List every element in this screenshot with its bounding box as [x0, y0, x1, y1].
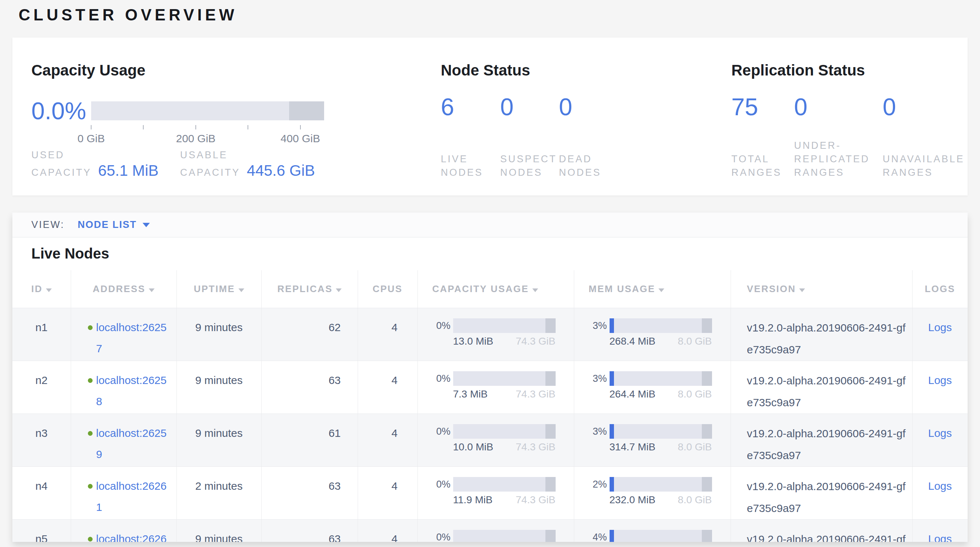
- node-live-dot-icon: [88, 325, 92, 330]
- memory-usage-bar: [609, 530, 712, 542]
- page-title: CLUSTER OVERVIEW: [19, 6, 237, 24]
- cell-logs: Logs: [912, 361, 967, 413]
- stat-value: 0: [883, 93, 977, 121]
- column-header-memory[interactable]: MEM USAGE: [574, 270, 730, 308]
- stat-label: UNDER-REPLICATEDRANGES: [794, 139, 883, 180]
- sort-caret-icon: [799, 288, 805, 292]
- version-text: v19.2.0-alpha.20190606-2491-gfe735c9a97: [731, 423, 906, 466]
- axis-tick: [91, 125, 92, 129]
- memory-percent-label: 3%: [589, 424, 607, 453]
- capacity-bar-dark-segment: [546, 424, 555, 439]
- cell-logs: Logs: [912, 519, 967, 542]
- cell-uptime: 9 minutes: [177, 519, 261, 542]
- axis-tick-label: 0 GiB: [77, 132, 105, 145]
- column-header-capacity[interactable]: CAPACITY USAGE: [417, 270, 574, 308]
- node-address-link[interactable]: localhost:26262: [96, 528, 171, 542]
- column-header-label: CAPACITY USAGE: [433, 283, 529, 294]
- node-address-link[interactable]: localhost:26257: [96, 317, 171, 359]
- logs-link[interactable]: Logs: [928, 480, 952, 492]
- logs-link[interactable]: Logs: [928, 427, 952, 439]
- capacity-bar-chart: 0 GiB200 GiB400 GiB: [91, 102, 324, 151]
- memory-usage-bar: [609, 371, 712, 386]
- memory-bar-dark-segment: [702, 477, 712, 491]
- memory-usage-fill: [609, 371, 614, 386]
- capacity-percent-value: 0.0%: [31, 97, 86, 125]
- memory-usage-fill: [609, 530, 614, 542]
- memory-bar-dark-segment: [702, 318, 712, 333]
- cell-memory: 3%268.4 MiB8.0 GiB: [574, 308, 730, 361]
- capacity-used-value: 11.9 MiB: [453, 495, 493, 506]
- memory-bar-dark-segment: [702, 424, 712, 439]
- column-header-logs: LOGS: [912, 270, 967, 308]
- cell-logs: Logs: [912, 413, 967, 466]
- cell-memory: 3%314.7 MiB8.0 GiB: [574, 413, 730, 466]
- capacity-percent-label: 0%: [433, 530, 450, 542]
- usable-capacity-stat: USABLE CAPACITY 445.6 GiB: [180, 148, 329, 180]
- cell-node-id: n4: [13, 466, 71, 519]
- column-header-id[interactable]: ID: [13, 270, 71, 308]
- cell-capacity: 0%12.4 MiB74.3 GiB: [417, 519, 574, 542]
- cell-version: v19.2.0-alpha.20190606-2491-gfe735c9a97: [730, 466, 912, 519]
- column-header-version[interactable]: VERSION: [730, 270, 912, 308]
- memory-percent-label: 3%: [589, 318, 607, 347]
- stat-value: 0: [794, 93, 883, 121]
- memory-bar-dark-segment: [702, 371, 712, 386]
- capacity-usage-bar: [453, 424, 555, 439]
- capacity-percent-label: 0%: [433, 477, 450, 506]
- memory-percent-label: 2%: [589, 477, 607, 506]
- version-text: v19.2.0-alpha.20190606-2491-gfe735c9a97: [731, 528, 906, 542]
- capacity-bar-dark-segment: [289, 102, 324, 120]
- node-status-title: Node Status: [441, 62, 530, 79]
- cell-address: localhost:26257: [71, 308, 177, 361]
- cell-cpus: 4: [358, 361, 417, 413]
- cell-version: v19.2.0-alpha.20190606-2491-gfe735c9a97: [730, 413, 912, 466]
- capacity-total-value: 74.3 GiB: [516, 389, 555, 400]
- node-address-link[interactable]: localhost:26259: [96, 423, 171, 465]
- capacity-bar-dark-segment: [546, 371, 555, 386]
- capacity-bar-axis: 0 GiB200 GiB400 GiB: [91, 125, 324, 151]
- capacity-usage-section: Capacity Usage 0.0% 0 GiB200 GiB400 GiB …: [31, 38, 425, 196]
- logs-link[interactable]: Logs: [928, 321, 952, 333]
- column-header-address[interactable]: ADDRESS: [71, 270, 177, 308]
- memory-usage-fill: [609, 424, 614, 439]
- node-address-link[interactable]: localhost:26258: [96, 370, 171, 412]
- column-header-label: VERSION: [747, 283, 796, 294]
- table-row: n2localhost:262589 minutes6340%7.3 MiB74…: [13, 361, 967, 413]
- memory-percent-label: 3%: [589, 371, 607, 400]
- cell-uptime: 9 minutes: [177, 361, 261, 413]
- cell-address: localhost:26258: [71, 361, 177, 413]
- column-header-label: ID: [31, 283, 43, 294]
- cell-cpus: 4: [358, 413, 417, 466]
- memory-usage-bar: [609, 424, 712, 439]
- stat-label: UNAVAILABLERANGES: [883, 153, 977, 180]
- cell-node-id: n1: [13, 308, 71, 361]
- view-selector-dropdown[interactable]: NODE LIST: [78, 219, 150, 231]
- cell-version: v19.2.0-alpha.20190606-2491-gfe735c9a97: [730, 519, 912, 542]
- logs-link[interactable]: Logs: [928, 533, 952, 542]
- used-capacity-stat: USED CAPACITY 65.1 MiB: [31, 148, 180, 180]
- node-list-card: VIEW: NODE LIST Live Nodes IDADDRESSUPTI…: [13, 213, 967, 542]
- capacity-usage-bar: [453, 530, 555, 542]
- memory-used-value: 232.0 MiB: [609, 495, 655, 506]
- cell-logs: Logs: [912, 466, 967, 519]
- logs-link[interactable]: Logs: [928, 374, 952, 386]
- memory-total-value: 8.0 GiB: [678, 389, 712, 400]
- column-header-uptime[interactable]: UPTIME: [177, 270, 261, 308]
- memory-percent-label: 4%: [589, 530, 607, 542]
- axis-tick-label: 400 GiB: [281, 132, 320, 145]
- capacity-percent-label: 0%: [433, 371, 450, 400]
- stat-value: 6: [441, 93, 500, 121]
- cell-replicas: 63: [261, 361, 358, 413]
- sort-caret-icon: [149, 288, 154, 292]
- node-address-link[interactable]: localhost:26261: [96, 475, 171, 518]
- sort-caret-icon: [659, 288, 664, 292]
- column-header-replicas[interactable]: REPLICAS: [261, 270, 358, 308]
- cell-capacity: 0%11.9 MiB74.3 GiB: [417, 466, 574, 519]
- column-header-label: UPTIME: [194, 283, 235, 294]
- capacity-used-value: 13.0 MiB: [453, 336, 494, 347]
- used-capacity-value: 65.1 MiB: [98, 162, 159, 180]
- column-header-label: MEM USAGE: [589, 283, 655, 294]
- cell-capacity: 0%10.0 MiB74.3 GiB: [417, 413, 574, 466]
- usable-capacity-value: 445.6 GiB: [247, 162, 315, 180]
- table-row: n4localhost:262612 minutes6340%11.9 MiB7…: [13, 466, 967, 519]
